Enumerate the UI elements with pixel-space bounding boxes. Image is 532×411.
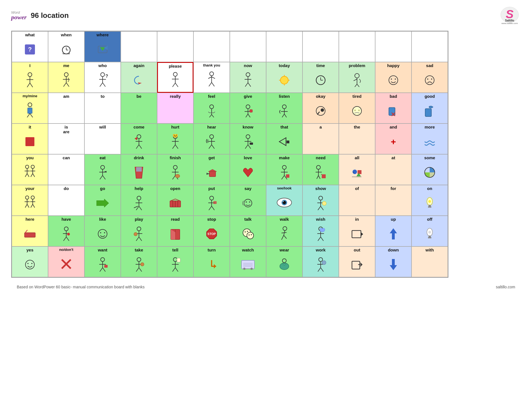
cell-like[interactable]: like — [84, 216, 121, 246]
cell-with[interactable]: with — [412, 246, 448, 277]
cell-watch[interactable]: watch — [230, 246, 266, 277]
cell-get[interactable]: get — [193, 154, 230, 185]
cell-in[interactable]: in — [339, 216, 375, 246]
cell-you[interactable]: you — [12, 154, 48, 185]
cell-can[interactable]: can — [48, 154, 84, 185]
cell-finish[interactable]: finish — [157, 154, 193, 185]
cell-empty3[interactable] — [193, 31, 230, 62]
cell-that[interactable]: that — [266, 123, 302, 154]
cell-listen[interactable]: listen — [266, 93, 302, 123]
cell-empty2[interactable] — [157, 31, 193, 62]
cell-here[interactable]: here — [12, 216, 48, 246]
cell-nodont[interactable]: no/don't — [48, 246, 84, 277]
cell-need[interactable]: need — [302, 154, 339, 185]
cell-turn[interactable]: turn — [193, 246, 230, 277]
cell-make[interactable]: make — [266, 154, 302, 185]
cell-will[interactable]: will — [84, 123, 121, 154]
cell-good[interactable]: good — [412, 93, 448, 123]
cell-stop[interactable]: stopSTOP — [193, 216, 230, 246]
cell-go[interactable]: go — [84, 185, 121, 216]
cell-on[interactable]: on — [412, 185, 448, 216]
cell-give[interactable]: give — [230, 93, 266, 123]
cell-eat[interactable]: eat — [84, 154, 121, 185]
cell-help[interactable]: help — [121, 185, 157, 216]
cell-thankyou[interactable]: thank you — [193, 62, 230, 93]
cell-empty8[interactable] — [375, 31, 412, 62]
cell-please[interactable]: please — [157, 62, 193, 93]
cell-for[interactable]: for — [375, 185, 412, 216]
cell-play[interactable]: play — [121, 216, 157, 246]
cell-yes[interactable]: yes — [12, 246, 48, 277]
cell-tired[interactable]: tired — [339, 93, 375, 123]
cell-it[interactable]: it — [12, 123, 48, 154]
cell-wish[interactable]: wish — [302, 216, 339, 246]
cell-come[interactable]: come — [121, 123, 157, 154]
cell-out[interactable]: out — [339, 246, 375, 277]
cell-is-are[interactable]: isare — [48, 123, 84, 154]
cell-put[interactable]: put — [193, 185, 230, 216]
cell-I[interactable]: I — [12, 62, 48, 93]
cell-empty9[interactable] — [412, 31, 448, 62]
cell-at[interactable]: at — [375, 154, 412, 185]
cell-down[interactable]: down — [375, 246, 412, 277]
cell-okay[interactable]: okay — [302, 93, 339, 123]
cell-am[interactable]: am — [48, 93, 84, 123]
cell-mymine[interactable]: my/mine — [12, 93, 48, 123]
cell-me[interactable]: me — [48, 62, 84, 93]
cell-walk[interactable]: walk — [266, 216, 302, 246]
cell-say[interactable]: say — [230, 185, 266, 216]
cell-open[interactable]: open — [157, 185, 193, 216]
cell-today[interactable]: today — [266, 62, 302, 93]
cell-take[interactable]: take — [121, 246, 157, 277]
cell-up[interactable]: up — [375, 216, 412, 246]
cell-work[interactable]: work — [302, 246, 339, 277]
cell-what[interactable]: what? — [12, 31, 48, 62]
cell-tell[interactable]: tell — [157, 246, 193, 277]
cell-more[interactable]: more — [412, 123, 448, 154]
cell-to[interactable]: to — [84, 93, 121, 123]
cell-icon-more — [424, 130, 436, 153]
cell-love[interactable]: love — [230, 154, 266, 185]
cell-show[interactable]: show — [302, 185, 339, 216]
cell-empty5[interactable] — [266, 31, 302, 62]
cell-who[interactable]: who? — [84, 62, 121, 93]
wordpower-power-label: power — [11, 14, 27, 20]
cell-know[interactable]: know — [230, 123, 266, 154]
cell-again[interactable]: again — [121, 62, 157, 93]
cell-be[interactable]: be — [121, 93, 157, 123]
cell-sad[interactable]: sad — [412, 62, 448, 93]
cell-feel[interactable]: feel — [193, 93, 230, 123]
cell-all[interactable]: all — [339, 154, 375, 185]
cell-label-listen: listen — [279, 94, 290, 99]
cell-empty7[interactable] — [339, 31, 375, 62]
cell-some[interactable]: some — [412, 154, 448, 185]
cell-a[interactable]: a — [302, 123, 339, 154]
cell-of[interactable]: of — [339, 185, 375, 216]
cell-want[interactable]: want — [84, 246, 121, 277]
cell-empty6[interactable] — [302, 31, 339, 62]
cell-hurt[interactable]: hurt😣 — [157, 123, 193, 154]
cell-problem[interactable]: problem — [339, 62, 375, 93]
cell-and[interactable]: and+ — [375, 123, 412, 154]
cell-do[interactable]: do — [48, 185, 84, 216]
cell-drink[interactable]: drink — [121, 154, 157, 185]
cell-read[interactable]: read — [157, 216, 193, 246]
svg-marker-145 — [208, 169, 217, 172]
cell-where[interactable]: where — [84, 31, 121, 62]
cell-when[interactable]: when — [48, 31, 84, 62]
cell-bad[interactable]: bad — [375, 93, 412, 123]
cell-empty4[interactable] — [230, 31, 266, 62]
cell-have[interactable]: have — [48, 216, 84, 246]
cell-the[interactable]: the — [339, 123, 375, 154]
cell-now[interactable]: now — [230, 62, 266, 93]
cell-time[interactable]: time — [302, 62, 339, 93]
cell-off[interactable]: off — [412, 216, 448, 246]
cell-talk[interactable]: talk — [230, 216, 266, 246]
cell-happy[interactable]: happy — [375, 62, 412, 93]
cell-hear[interactable]: hear — [193, 123, 230, 154]
cell-empty1[interactable] — [121, 31, 157, 62]
cell-your[interactable]: your — [12, 185, 48, 216]
cell-really[interactable]: really — [157, 93, 193, 123]
cell-wear[interactable]: wear — [266, 246, 302, 277]
cell-seelook[interactable]: see/look — [266, 185, 302, 216]
